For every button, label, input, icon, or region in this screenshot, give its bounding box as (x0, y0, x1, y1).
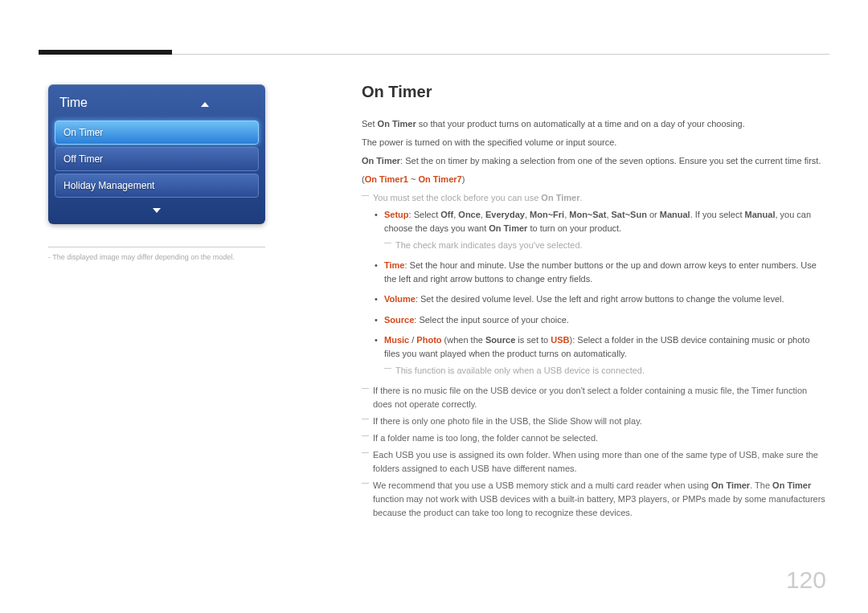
bullet-setup: Setup: Select Off, Once, Everyday, Mon~F… (375, 208, 828, 252)
note-usb-connected: This function is available only when a U… (384, 364, 828, 378)
bullet-volume: Volume: Set the desired volume level. Us… (375, 292, 828, 306)
separator (48, 247, 265, 247)
bullet-source: Source: Select the input source of your … (375, 313, 828, 327)
bullet-time: Time: Set the hour and minute. Use the n… (375, 259, 828, 286)
note-one-photo: If there is only one photo file in the U… (362, 415, 828, 428)
arrow-up-icon[interactable] (201, 102, 209, 107)
note-set-clock: You must set the clock before you can us… (362, 191, 828, 205)
note-no-music: If there is no music file on the USB dev… (362, 384, 828, 411)
left-column: Time On Timer Off Timer Holiday Manageme… (48, 84, 281, 263)
section-title: On Timer (362, 80, 828, 104)
note-checkmark: The check mark indicates days you've sel… (384, 239, 828, 252)
note-each-usb: Each USB you use is assigned its own fol… (362, 448, 828, 476)
intro-line-3: On Timer: Set the on timer by making a s… (362, 154, 828, 168)
menu-item-label: On Timer (63, 127, 103, 138)
arrow-down-icon[interactable] (153, 208, 161, 213)
menu-item-on-timer[interactable]: On Timer (55, 121, 259, 145)
section-marker (39, 50, 172, 55)
intro-line-2: The power is turned on with the specifie… (362, 136, 828, 149)
menu-item-holiday[interactable]: Holiday Management (55, 174, 259, 198)
intro-line-1: Set On Timer so that your product turns … (362, 117, 828, 131)
menu-item-off-timer[interactable]: Off Timer (55, 147, 259, 171)
menu-item-label: Off Timer (63, 153, 103, 165)
page-number: 120 (786, 566, 826, 594)
menu-title-text: Time (59, 96, 88, 109)
arrow-down-row (55, 200, 259, 215)
bullet-music-photo: Music / Photo (when the Source is set to… (375, 333, 828, 378)
right-column: On Timer Set On Timer so that your produ… (362, 80, 828, 523)
menu-title: Time (55, 91, 259, 118)
timer-range: (On Timer1 ~ On Timer7) (362, 173, 828, 186)
note-recommend-usb: We recommend that you use a USB memory s… (362, 479, 828, 520)
model-disclaimer: - The displayed image may differ dependi… (48, 252, 281, 263)
menu-item-label: Holiday Management (63, 180, 154, 191)
footer-note-text: The displayed image may differ depending… (52, 253, 234, 261)
note-folder-name: If a folder name is too long, the folder… (362, 431, 828, 445)
time-menu-panel: Time On Timer Off Timer Holiday Manageme… (48, 84, 265, 224)
